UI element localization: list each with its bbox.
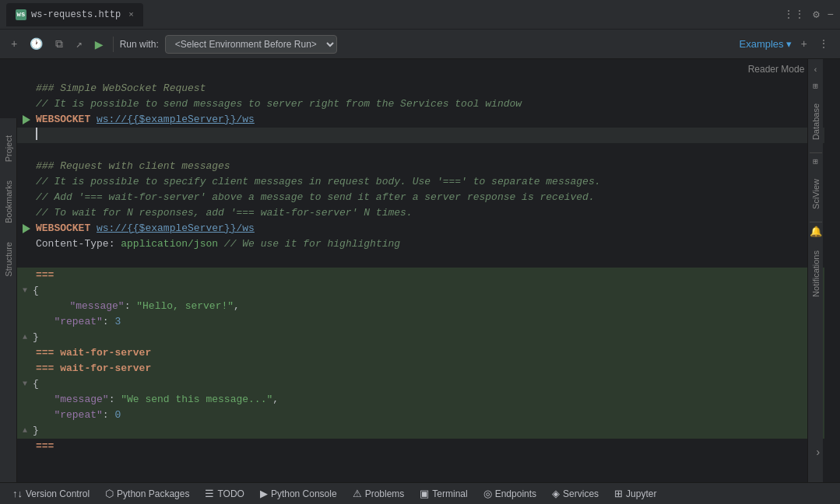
line-8: // To wait for N responses, add '=== wai… <box>17 205 824 221</box>
fold-button-close-1[interactable]: ▲ <box>20 333 30 342</box>
comment-3: // Add '=== wait-for-server' above a mes… <box>36 190 595 205</box>
status-endpoints[interactable]: ◎ Endpoints <box>476 483 544 504</box>
panel-icon-1[interactable]: ⊞ <box>813 81 818 91</box>
line-6: // It is possible to specify client mess… <box>17 174 824 190</box>
status-bar: ↑↓ Version Control ⬡ Python Packages ☰ T… <box>0 482 840 504</box>
version-control-label: Version Control <box>26 488 90 499</box>
sidebar-item-project[interactable]: Project <box>2 126 15 171</box>
line-7: // Add '=== wait-for-server' above a mes… <box>17 190 824 205</box>
line-9[interactable]: WEBSOCKET ws://{{$exampleServer}}/ws <box>17 221 824 236</box>
status-version-control[interactable]: ↑↓ Version Control <box>5 483 97 504</box>
file-tab[interactable]: ws ws-requests.http × <box>6 3 143 26</box>
sidebar-item-bookmarks[interactable]: Bookmarks <box>2 171 15 233</box>
header-comment: // We use it for highlighting <box>224 236 400 252</box>
copy-icon[interactable]: ⧉ <box>52 37 66 52</box>
fold-button-close-2[interactable]: ▲ <box>20 426 30 436</box>
comment-1: // It is possible to send messages to se… <box>36 96 522 112</box>
share-icon[interactable]: ↗ <box>72 36 85 52</box>
line-sep-2: === wait-for-server <box>17 345 824 361</box>
fold-button-2[interactable]: ▼ <box>20 380 30 389</box>
menu-icon[interactable]: ⋮⋮ <box>783 8 805 21</box>
heading-2: ### Request with client messages <box>36 159 230 174</box>
comment-4: // To wait for N responses, add '=== wai… <box>36 205 413 221</box>
toolbar-right: + ⋮ <box>798 36 832 52</box>
tab-close[interactable]: × <box>128 10 134 19</box>
line-2: // It is possible to send messages to se… <box>17 96 824 112</box>
line-sep-4: === <box>17 439 824 454</box>
line-1: ### Simple WebSocket Request <box>17 81 824 96</box>
json-comma-1: , <box>234 299 240 314</box>
separator <box>113 37 114 52</box>
minimize-icon[interactable]: − <box>828 9 834 21</box>
more-icon[interactable]: ⋮ <box>815 36 832 52</box>
json-key-repeat2: "repeat" <box>36 408 103 423</box>
sidebar-item-sciview[interactable]: SciView <box>810 170 822 219</box>
tab-label: ws-requests.http <box>31 9 121 20</box>
line-json-3: "message" : "We send this message..." , <box>17 392 824 408</box>
status-problems[interactable]: ⚠ Problems <box>345 483 413 504</box>
python-packages-icon: ⬡ <box>105 488 114 499</box>
status-python-console[interactable]: ▶ Python Console <box>252 483 345 504</box>
ws-keyword-1: WEBSOCKET <box>36 112 97 128</box>
reader-mode-button[interactable]: Reader Mode <box>748 64 805 79</box>
problems-icon: ⚠ <box>353 488 362 499</box>
scroll-down-arrow[interactable]: › <box>815 446 821 459</box>
line-cursor[interactable] <box>17 128 824 143</box>
add-icon[interactable]: + <box>8 37 20 52</box>
environment-select[interactable]: <Select Environment Before Run> <box>165 35 337 54</box>
main-area: Project Bookmarks Structure Reader Mode … <box>0 59 840 482</box>
status-jupyter[interactable]: ⊞ Jupyter <box>606 483 664 504</box>
divider2 <box>810 222 822 222</box>
status-services[interactable]: ◈ Services <box>544 483 606 504</box>
json-colon-2: : <box>103 314 115 330</box>
comment-2: // It is possible to specify client mess… <box>36 174 601 190</box>
terminal-label: Terminal <box>432 488 467 499</box>
expand-icon[interactable]: + <box>798 37 810 52</box>
run-button-2[interactable] <box>20 222 33 235</box>
line-json-close-2[interactable]: ▲ } <box>17 423 824 439</box>
json-colon-1: : <box>125 299 137 314</box>
line-json-open-2[interactable]: ▼ { <box>17 376 824 392</box>
sidebar-item-database[interactable]: Database <box>810 94 822 149</box>
line-json-close-1[interactable]: ▲ } <box>17 330 824 345</box>
ws-url-2: ws://{{$exampleServer}}/ws <box>97 221 255 236</box>
json-colon-3: : <box>109 392 121 408</box>
json-val-repeat2: 0 <box>114 408 121 423</box>
line-json-open-1[interactable]: ▼ { <box>17 283 824 299</box>
python-packages-label: Python Packages <box>117 488 189 499</box>
status-terminal[interactable]: ▣ Terminal <box>412 483 475 504</box>
editor-content: Reader Mode ✓ ### Simple WebSocket Reque… <box>17 59 824 457</box>
run-with-label: Run with: <box>120 39 159 50</box>
json-colon-4: : <box>103 408 115 423</box>
services-icon: ◈ <box>552 488 560 499</box>
notification-icon[interactable]: 🔔 <box>810 226 822 238</box>
ws-keyword-2: WEBSOCKET <box>36 221 97 236</box>
line-sep-1: === <box>17 268 824 283</box>
settings-icon[interactable]: ⚙ <box>813 8 819 21</box>
json-brace-open-2: { <box>33 376 39 392</box>
status-python-packages[interactable]: ⬡ Python Packages <box>97 483 197 504</box>
collapse-icon[interactable]: ‹ <box>813 65 818 75</box>
separator-4: === <box>36 439 54 454</box>
examples-button[interactable]: Examples ▾ <box>740 38 792 50</box>
line-3[interactable]: WEBSOCKET ws://{{$exampleServer}}/ws <box>17 112 824 128</box>
todo-label: TODO <box>217 488 244 499</box>
json-brace-open-1: { <box>33 283 39 299</box>
fold-button-1[interactable]: ▼ <box>20 286 30 296</box>
problems-label: Problems <box>365 488 405 499</box>
json-key-message: "message" <box>51 299 125 314</box>
json-key-repeat: "repeat" <box>36 314 103 330</box>
run-button-1[interactable] <box>20 114 33 126</box>
run-icon[interactable]: ▶ <box>92 34 107 54</box>
line-json-4: "repeat" : 0 <box>17 408 824 423</box>
history-icon[interactable]: 🕐 <box>26 36 46 52</box>
sidebar-item-structure[interactable]: Structure <box>2 233 15 286</box>
editor[interactable]: Reader Mode ✓ ### Simple WebSocket Reque… <box>17 59 824 482</box>
status-todo[interactable]: ☰ TODO <box>197 483 251 504</box>
json-brace-close-1: } <box>33 330 39 345</box>
cursor <box>36 128 44 140</box>
json-key-message2: "message" <box>36 392 109 408</box>
json-brace-close-2: } <box>33 423 39 439</box>
panel-icon-2[interactable]: ⊞ <box>813 156 818 166</box>
sidebar-item-notifications[interactable]: Notifications <box>810 241 822 306</box>
